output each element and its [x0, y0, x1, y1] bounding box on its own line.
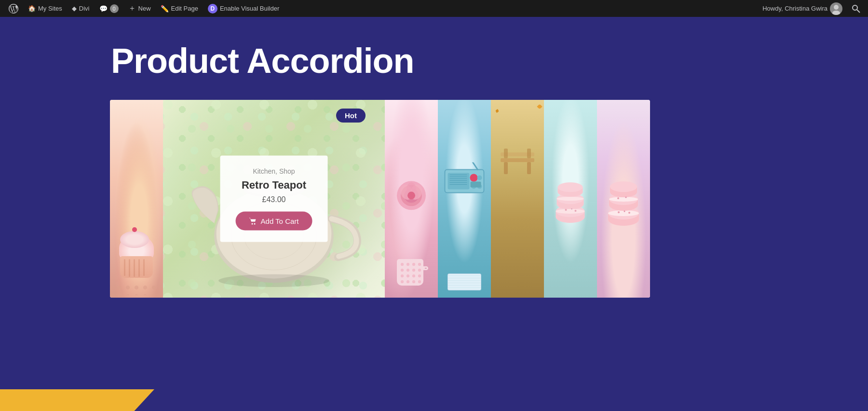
- comment-count: 0: [110, 4, 119, 13]
- panel-macarons[interactable]: [597, 100, 650, 298]
- page-content: Product Accordion: [0, 17, 868, 411]
- svg-line-37: [473, 163, 478, 170]
- page-title: Product Accordion: [0, 17, 868, 100]
- divi-icon: ◆: [72, 5, 77, 12]
- product-price: £43.00: [236, 195, 312, 204]
- macaron-plate-icon: [604, 169, 643, 227]
- edit-page-menu[interactable]: ✏️ Edit Page: [156, 0, 203, 17]
- svg-point-61: [608, 210, 639, 216]
- svg-point-69: [618, 211, 620, 213]
- svg-point-2: [853, 5, 857, 10]
- svg-point-0: [834, 5, 839, 10]
- svg-point-73: [625, 197, 627, 198]
- svg-rect-24: [448, 173, 470, 190]
- search-button[interactable]: [847, 0, 864, 17]
- svg-point-21: [407, 192, 415, 199]
- new-menu[interactable]: ＋ New: [123, 0, 156, 17]
- panel-teal[interactable]: [544, 100, 597, 298]
- svg-point-32: [470, 174, 478, 182]
- svg-point-33: [477, 176, 482, 180]
- svg-point-71: [628, 212, 630, 214]
- svg-rect-41: [527, 162, 531, 174]
- add-to-cart-button[interactable]: Add To Cart: [236, 212, 312, 231]
- plus-icon: ＋: [128, 3, 136, 14]
- svg-point-72: [617, 197, 619, 199]
- panel-cupcake[interactable]: [110, 100, 163, 298]
- edit-page-label: Edit Page: [171, 5, 198, 12]
- svg-point-70: [624, 211, 625, 212]
- divi-visual-builder-icon: D: [208, 4, 217, 14]
- svg-point-56: [571, 208, 572, 210]
- svg-rect-36: [471, 182, 481, 188]
- my-sites-menu[interactable]: 🏠 My Sites: [23, 0, 67, 17]
- divi-label: Divi: [79, 5, 90, 12]
- macaron-stack-icon: [553, 171, 589, 224]
- add-to-cart-label: Add To Cart: [261, 217, 299, 225]
- hot-badge: Hot: [336, 109, 366, 123]
- bench-icon: [498, 139, 537, 178]
- product-category: Kitchen, Shop: [236, 167, 312, 175]
- panel-teapot[interactable]: Hot: [163, 100, 385, 298]
- enable-visual-builder-menu[interactable]: D Enable Visual Builder: [203, 0, 284, 17]
- my-sites-label: My Sites: [38, 5, 62, 12]
- svg-point-55: [565, 209, 567, 211]
- product-card: Kitchen, Shop Retro Teapot £43.00 Add To…: [220, 156, 328, 242]
- svg-rect-43: [527, 149, 531, 158]
- radio-icon: [444, 163, 485, 194]
- panel-rose[interactable]: [385, 100, 438, 298]
- svg-point-1: [832, 11, 840, 15]
- svg-line-3: [857, 10, 860, 13]
- user-avatar: [830, 2, 842, 15]
- product-name: Retro Teapot: [236, 179, 312, 192]
- svg-rect-40: [504, 162, 508, 174]
- enable-visual-builder-label: Enable Visual Builder: [220, 5, 279, 12]
- wordpress-logo[interactable]: [4, 0, 23, 17]
- panel-autumn[interactable]: [491, 100, 544, 298]
- bottom-banner: [0, 389, 154, 411]
- svg-point-13: [252, 223, 253, 224]
- user-greeting[interactable]: Howdy, Christina Gwira: [758, 0, 847, 17]
- house-icon: 🏠: [28, 5, 36, 12]
- svg-point-52: [558, 182, 583, 192]
- product-accordion[interactable]: Hot: [110, 100, 650, 298]
- svg-point-54: [557, 197, 584, 201]
- rose-icon: [390, 174, 433, 217]
- svg-rect-38: [501, 158, 534, 162]
- svg-point-68: [610, 181, 637, 192]
- svg-point-57: [575, 210, 577, 212]
- new-label: New: [138, 5, 151, 12]
- comment-icon: 💬: [99, 5, 108, 13]
- divi-menu[interactable]: ◆ Divi: [67, 0, 95, 17]
- comments-menu[interactable]: 💬 0: [95, 0, 123, 17]
- pencil-icon: ✏️: [161, 5, 169, 13]
- cart-icon: [249, 217, 257, 225]
- svg-rect-42: [504, 149, 508, 158]
- howdy-label: Howdy, Christina Gwira: [762, 5, 827, 12]
- admin-bar-right: Howdy, Christina Gwira: [758, 0, 864, 17]
- admin-bar: 🏠 My Sites ◆ Divi 💬 0 ＋ New ✏️ Edit Page…: [0, 0, 868, 17]
- svg-point-65: [609, 197, 638, 202]
- panel-radio[interactable]: [438, 100, 491, 298]
- svg-point-53: [556, 209, 585, 214]
- svg-point-14: [254, 223, 256, 224]
